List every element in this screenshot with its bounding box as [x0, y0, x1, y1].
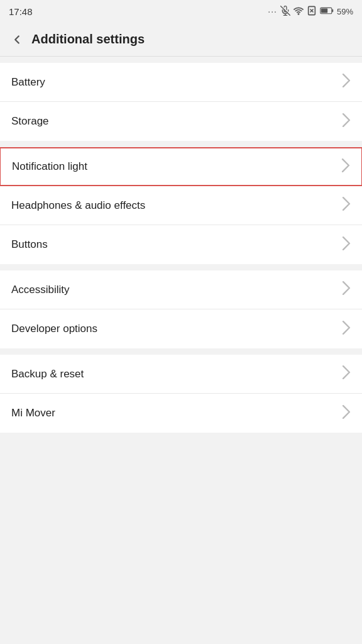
settings-group-group4: Backup & resetMi Mover — [0, 355, 362, 433]
chevron-icon-backup-reset — [342, 365, 351, 382]
settings-item-developer-options[interactable]: Developer options — [0, 309, 362, 348]
sim-icon — [307, 6, 317, 18]
status-icons: ··· — [268, 6, 353, 18]
settings-item-buttons[interactable]: Buttons — [0, 225, 362, 264]
back-button[interactable] — [10, 33, 24, 47]
settings-groups: BatteryStorageNotification lightHeadphon… — [0, 63, 362, 433]
settings-group-group1: BatteryStorage — [0, 63, 362, 141]
settings-group-group2: Notification lightHeadphones & audio eff… — [0, 147, 362, 264]
signal-icon: ··· — [268, 6, 277, 16]
chevron-icon-storage — [342, 113, 351, 130]
chevron-icon-notification-light — [341, 158, 350, 175]
settings-group-group3: AccessibilityDeveloper options — [0, 270, 362, 348]
settings-item-mi-mover[interactable]: Mi Mover — [0, 394, 362, 433]
chevron-icon-accessibility — [342, 281, 351, 298]
battery-icon — [320, 6, 334, 17]
settings-item-accessibility[interactable]: Accessibility — [0, 270, 362, 309]
toolbar: Additional settings — [0, 23, 362, 57]
chevron-icon-developer-options — [342, 321, 351, 338]
svg-point-3 — [298, 13, 299, 14]
settings-label-developer-options: Developer options — [11, 323, 97, 335]
mute-icon — [280, 6, 290, 18]
settings-item-backup-reset[interactable]: Backup & reset — [0, 355, 362, 394]
settings-item-headphones-audio[interactable]: Headphones & audio effects — [0, 186, 362, 225]
svg-rect-8 — [321, 8, 327, 13]
settings-label-buttons: Buttons — [11, 238, 48, 251]
settings-label-mi-mover: Mi Mover — [11, 407, 55, 419]
chevron-icon-mi-mover — [342, 405, 351, 422]
status-time: 17:48 — [9, 6, 33, 17]
svg-rect-9 — [332, 9, 333, 12]
settings-label-notification-light: Notification light — [12, 160, 87, 173]
wifi-icon — [293, 6, 304, 18]
battery-percent: 59% — [337, 7, 353, 16]
chevron-icon-headphones-audio — [342, 197, 351, 214]
settings-item-notification-light[interactable]: Notification light — [0, 147, 362, 186]
settings-item-battery[interactable]: Battery — [0, 63, 362, 102]
chevron-icon-buttons — [342, 236, 351, 253]
settings-label-storage: Storage — [11, 115, 49, 128]
settings-label-headphones-audio: Headphones & audio effects — [11, 199, 145, 212]
settings-label-backup-reset: Backup & reset — [11, 368, 84, 380]
settings-item-storage[interactable]: Storage — [0, 102, 362, 141]
settings-label-accessibility: Accessibility — [11, 284, 70, 296]
page-title: Additional settings — [31, 32, 145, 47]
settings-label-battery: Battery — [11, 76, 45, 89]
chevron-icon-battery — [342, 74, 351, 91]
status-bar: 17:48 ··· — [0, 0, 362, 23]
